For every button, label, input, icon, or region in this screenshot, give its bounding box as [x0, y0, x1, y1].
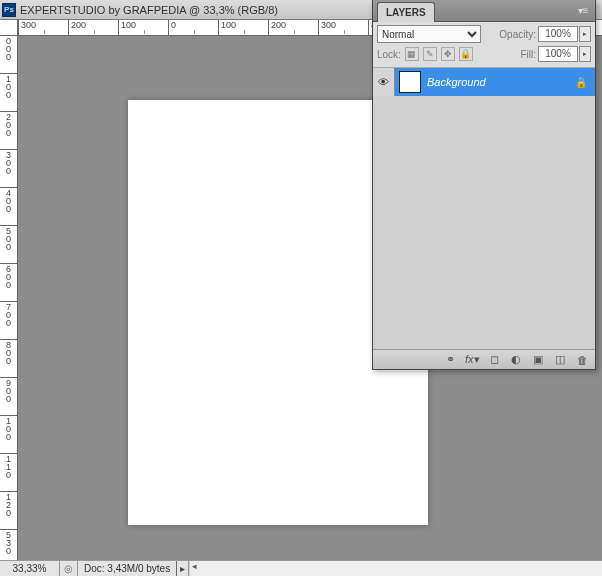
panel-footer: ⚭ fx▾ ◻ ◐ ▣ ◫ 🗑 — [373, 349, 595, 369]
status-icon[interactable]: ◎ — [60, 561, 78, 576]
link-layers-icon[interactable]: ⚭ — [443, 353, 457, 366]
lock-position-icon[interactable]: ✥ — [441, 47, 455, 61]
app-logo: Ps — [2, 3, 16, 17]
layer-thumbnail[interactable] — [399, 71, 421, 93]
delete-layer-icon[interactable]: 🗑 — [575, 354, 589, 366]
blend-mode-select[interactable]: Normal — [377, 25, 481, 43]
panel-tabbar: LAYERS ▾≡ — [373, 0, 595, 22]
zoom-field[interactable]: 33,33% — [0, 561, 60, 576]
status-bar: 33,33% ◎ Doc: 3,43M/0 bytes ▸ — [0, 560, 602, 576]
new-group-icon[interactable]: ▣ — [531, 353, 545, 366]
layer-name[interactable]: Background — [425, 76, 575, 88]
fill-step-icon[interactable]: ▸ — [579, 46, 591, 62]
visibility-eye-icon[interactable]: 👁 — [373, 68, 395, 96]
lock-label: Lock: — [377, 49, 401, 60]
layers-panel: LAYERS ▾≡ Normal Opacity: 100% ▸ Lock: ▦… — [372, 0, 596, 370]
vertical-ruler: 000 100 200 300 400 500 600 700 800 900 … — [0, 20, 18, 560]
layer-mask-icon[interactable]: ◻ — [487, 353, 501, 366]
status-expand-icon[interactable]: ▸ — [177, 561, 189, 576]
opacity-step-icon[interactable]: ▸ — [579, 26, 591, 42]
opacity-label: Opacity: — [499, 29, 536, 40]
opacity-field[interactable]: 100% — [538, 26, 578, 42]
ruler-origin[interactable] — [0, 20, 17, 36]
fill-field[interactable]: 100% — [538, 46, 578, 62]
tab-layers[interactable]: LAYERS — [377, 2, 435, 22]
panel-menu-icon[interactable]: ▾≡ — [573, 5, 593, 16]
adjustment-layer-icon[interactable]: ◐ — [509, 353, 523, 366]
layer-lock-icon[interactable]: 🔒 — [575, 77, 591, 88]
horizontal-scrollbar[interactable] — [189, 561, 602, 576]
panel-options: Normal Opacity: 100% ▸ Lock: ▦ ✎ ✥ 🔒 Fil… — [373, 22, 595, 68]
layer-list[interactable]: 👁 Background 🔒 — [373, 68, 595, 349]
lock-transparency-icon[interactable]: ▦ — [405, 47, 419, 61]
lock-all-icon[interactable]: 🔒 — [459, 47, 473, 61]
lock-pixels-icon[interactable]: ✎ — [423, 47, 437, 61]
layer-effects-icon[interactable]: fx▾ — [465, 353, 479, 366]
doc-size-label[interactable]: Doc: 3,43M/0 bytes — [78, 561, 177, 576]
new-layer-icon[interactable]: ◫ — [553, 353, 567, 366]
fill-label: Fill: — [520, 49, 536, 60]
layer-row-background[interactable]: 👁 Background 🔒 — [373, 68, 595, 96]
